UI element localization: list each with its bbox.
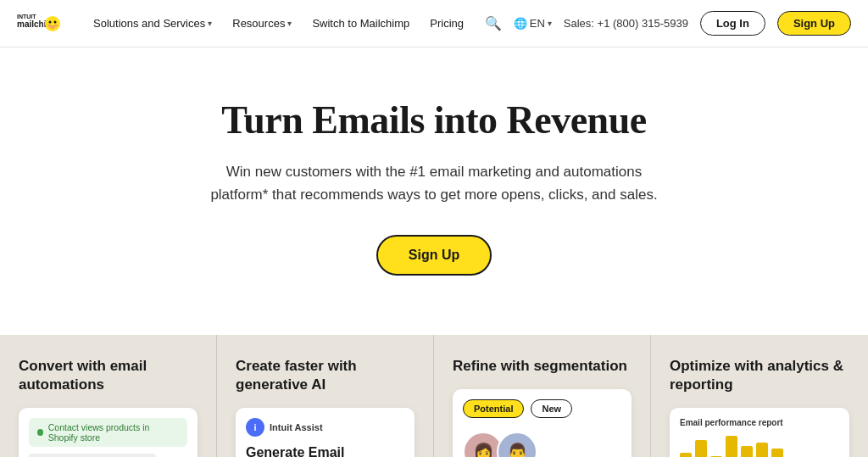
feature-ai-card: Create faster with generative AI i Intui… <box>217 335 434 457</box>
segmentation-chips: Potential New <box>463 399 621 418</box>
globe-icon: 🌐 <box>514 17 527 30</box>
svg-text:INTUIT: INTUIT <box>17 14 36 20</box>
bar <box>680 453 692 457</box>
hero-signup-button[interactable]: Sign Up <box>376 235 492 276</box>
svg-point-7 <box>50 25 55 29</box>
status-dot <box>37 429 43 436</box>
nav-resources-link[interactable]: Resources ▾ <box>224 12 300 35</box>
nav-links: Solutions and Services ▾ Resources ▾ Swi… <box>85 12 485 35</box>
hero-subtitle: Win new customers with the #1 email mark… <box>205 160 663 206</box>
search-button[interactable]: 🔍 <box>485 15 502 31</box>
automation-pill-text: Contact views products in Shopify store <box>48 422 179 443</box>
potential-chip: Potential <box>463 399 524 418</box>
search-icon: 🔍 <box>485 15 502 31</box>
nav-right: 🔍 🌐 EN ▾ Sales: +1 (800) 315-5939 Log In… <box>485 11 851 36</box>
feature-automations-title: Convert with email automations <box>19 357 198 394</box>
features-section: Convert with email automations Contact v… <box>0 335 868 457</box>
bar <box>695 440 707 457</box>
hero-section: Turn Emails into Revenue Win new custome… <box>0 47 868 335</box>
nav-pricing-label: Pricing <box>430 17 464 30</box>
nav-switch-link[interactable]: Switch to Mailchimp <box>303 12 418 35</box>
avatar-2: 👨 <box>497 432 537 457</box>
signup-button-nav[interactable]: Sign Up <box>777 11 851 36</box>
nav-switch-label: Switch to Mailchimp <box>312 17 409 30</box>
nav-resources-label: Resources <box>232 17 285 30</box>
login-button[interactable]: Log In <box>700 11 765 36</box>
chevron-down-icon: ▾ <box>208 19 212 28</box>
feature-segmentation-title: Refine with segmentation <box>453 357 632 376</box>
ai-badge-label: Intuit Assist <box>270 422 323 432</box>
chevron-down-icon: ▾ <box>548 19 552 28</box>
feature-ai-title: Create faster with generative AI <box>236 357 415 394</box>
svg-point-4 <box>54 20 57 23</box>
nav-solutions-label: Solutions and Services <box>93 17 205 30</box>
phone-number: Sales: +1 (800) 315-5939 <box>564 17 688 30</box>
svg-point-2 <box>45 16 60 31</box>
feature-segmentation-preview: Potential New 👩 👨 <box>453 389 632 457</box>
ai-badge-header: i Intuit Assist <box>246 418 404 437</box>
feature-ai-preview: i Intuit Assist Generate Email Based on … <box>236 408 415 457</box>
report-label: Email performance report <box>680 418 839 427</box>
chevron-down-icon: ▾ <box>287 19 292 28</box>
automation-line-1 <box>29 454 156 457</box>
automation-pill: Contact views products in Shopify store <box>29 418 187 447</box>
nav-solutions-link[interactable]: Solutions and Services ▾ <box>85 12 220 35</box>
bar <box>741 446 753 457</box>
bar <box>726 436 737 457</box>
feature-automations-preview: Contact views products in Shopify store <box>19 408 198 457</box>
nav-pricing-link[interactable]: Pricing <box>421 12 472 35</box>
avatar-group: 👩 👨 <box>463 432 621 457</box>
logo[interactable]: INTUIT mailchimp <box>17 8 61 39</box>
bar-chart <box>680 434 839 457</box>
generate-email-title: Generate Email <box>246 445 404 457</box>
feature-analytics-preview: Email performance report Clicks 4.6%Open… <box>670 408 849 457</box>
feature-segmentation-card: Refine with segmentation Potential New 👩… <box>434 335 651 457</box>
intuit-assist-icon: i <box>246 418 264 437</box>
language-selector[interactable]: 🌐 EN ▾ <box>514 17 552 30</box>
feature-analytics-title: Optimize with analytics & reporting <box>670 357 849 394</box>
hero-title: Turn Emails into Revenue <box>221 98 646 143</box>
svg-point-3 <box>49 20 52 23</box>
bar <box>756 443 768 457</box>
mailchimp-logo-svg: INTUIT mailchimp <box>17 8 61 39</box>
lang-label: EN <box>530 17 545 30</box>
feature-automations-card: Convert with email automations Contact v… <box>0 335 217 457</box>
feature-analytics-card: Optimize with analytics & reporting Emai… <box>651 335 868 457</box>
new-chip: New <box>531 399 572 418</box>
navigation: INTUIT mailchimp Solutions and Services … <box>0 0 868 47</box>
bar <box>771 449 783 457</box>
